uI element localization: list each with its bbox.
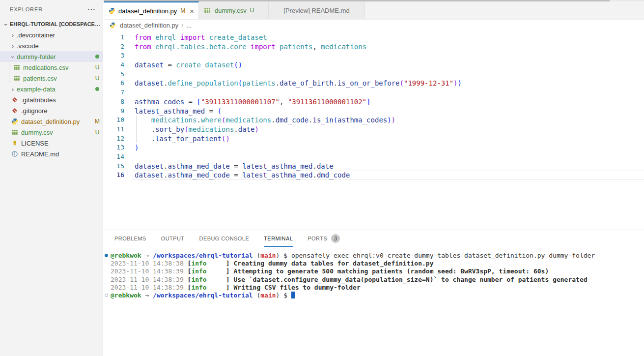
code-line-6[interactable]: 6dataset.define_population(patients.date… <box>104 79 644 88</box>
csv-icon <box>204 6 212 14</box>
file-label: README.md <box>21 150 103 158</box>
terminal-line[interactable]: 2023-11-10 14:38:39 [info ] Use `dataset… <box>111 276 644 284</box>
panel-tab-label: PROBLEMS <box>114 236 146 241</box>
line-number: 1 <box>104 33 124 42</box>
panel-tab-label: TERMINAL <box>264 236 293 241</box>
file-label: LICENSE <box>21 140 103 147</box>
workspace-root-row[interactable]: › EHRQL-TUTORIAL [CODESPACES:... <box>0 19 103 30</box>
code-line-7[interactable]: 7 <box>104 88 644 97</box>
breadcrumb-more[interactable]: ... <box>186 22 192 29</box>
file-label: dummy-folder <box>17 53 92 60</box>
git-changes-dot <box>92 87 103 91</box>
tree-item--gitattributes[interactable]: .gitattributes <box>0 94 103 105</box>
code-line-15[interactable]: 15dataset.asthma_med_date = latest_asthm… <box>104 162 644 171</box>
tree-item--gitignore[interactable]: .gitignore <box>0 105 103 116</box>
python-icon <box>109 7 115 15</box>
terminal-output[interactable]: @rebkwok → /workspaces/ehrql-tutorial (m… <box>104 247 644 299</box>
code-line-10[interactable]: 10 medications.where(medications.dmd_cod… <box>104 116 644 125</box>
terminal-cursor <box>291 292 295 298</box>
explorer-header: EXPLORER ⋯ <box>0 0 103 19</box>
code-text: from ehrql import create_dataset <box>135 33 267 42</box>
code-line-11[interactable]: 11 .sort_by(medications.date) <box>104 125 644 134</box>
tree-item-dummy-csv[interactable]: dummy.csvU <box>0 127 103 138</box>
editor-area: dataset_definition.pyM×dummy.csvU[Previe… <box>104 0 644 356</box>
file-label: dummy.csv <box>21 129 92 136</box>
panel-tab-output[interactable]: OUTPUT <box>161 230 185 247</box>
tab-bar: dataset_definition.pyM×dummy.csvU[Previe… <box>104 1 644 20</box>
tree-item--vscode[interactable]: ›.vscode <box>0 40 103 51</box>
code-text: from ehrql.tables.beta.core import patie… <box>135 42 366 52</box>
git-icon <box>11 107 19 115</box>
line-number: 5 <box>104 70 124 79</box>
tree-item-example-data[interactable]: ›example-data <box>0 84 103 94</box>
line-number: 14 <box>104 152 124 162</box>
panel-tab-debug-console[interactable]: DEBUG CONSOLE <box>199 230 250 247</box>
breadcrumb[interactable]: dataset_definition.py › ... <box>104 20 644 30</box>
code-line-12[interactable]: 12 .last_for_patient() <box>104 134 644 144</box>
chevron-right-icon[interactable]: › <box>9 43 17 49</box>
code-line-8[interactable]: 8asthma_codes = ["39113311000001107", "3… <box>104 97 644 107</box>
chevron-right-icon[interactable]: › <box>9 86 17 92</box>
editor-tab-dataset-definition-py[interactable]: dataset_definition.pyM× <box>104 1 199 19</box>
panel-tab-terminal[interactable]: TERMINAL <box>264 230 293 247</box>
tree-item-readme-md[interactable]: README.md <box>0 148 103 159</box>
editor-tab--preview-readme-md[interactable]: [Preview] README.md <box>269 1 365 19</box>
code-text: .sort_by(medications.date) <box>135 125 259 134</box>
tab-label: [Preview] README.md <box>283 7 349 14</box>
chevron-down-icon[interactable]: › <box>10 53 16 61</box>
bottom-panel: PROBLEMSOUTPUTDEBUG CONSOLETERMINALPORTS… <box>104 230 644 356</box>
chevron-right-icon[interactable]: › <box>9 32 17 38</box>
git-status-badge: U <box>92 64 103 71</box>
code-text: medications.where(medications.dmd_code.i… <box>135 116 395 125</box>
tree-item-license[interactable]: LICENSE <box>0 138 103 148</box>
workspace-root-label: EHRQL-TUTORIAL [CODESPACES:... <box>10 21 103 27</box>
ellipsis-menu-icon[interactable]: ⋯ <box>87 7 96 12</box>
tree-item-patients-csv[interactable]: patients.csvU <box>0 73 103 84</box>
tree-item--devcontainer[interactable]: ›.devcontainer <box>0 30 103 40</box>
code-line-3[interactable]: 3 <box>104 51 644 60</box>
line-number: 2 <box>104 42 124 52</box>
tab-git-status: M <box>180 7 185 14</box>
code-line-14[interactable]: 14 <box>104 152 644 162</box>
info-icon <box>11 150 19 158</box>
file-label: .devcontainer <box>17 31 103 39</box>
csv-icon <box>13 63 21 71</box>
code-line-5[interactable]: 5 <box>104 70 644 79</box>
panel-tab-label: OUTPUT <box>161 236 185 241</box>
terminal-line[interactable]: @rebkwok → /workspaces/ehrql-tutorial (m… <box>111 292 644 299</box>
file-label: example-data <box>17 86 92 93</box>
close-icon[interactable]: × <box>190 8 194 14</box>
git-status-badge: U <box>92 129 103 136</box>
tree-item-dummy-folder[interactable]: ›dummy-folder <box>0 51 103 62</box>
line-number: 6 <box>104 79 124 88</box>
code-line-9[interactable]: 9latest_asthma_med = ( <box>104 107 644 116</box>
terminal-line[interactable]: @rebkwok → /workspaces/ehrql-tutorial (m… <box>111 252 644 260</box>
code-lines[interactable]: 1from ehrql import create_dataset2from e… <box>104 30 644 180</box>
code-line-1[interactable]: 1from ehrql import create_dataset <box>104 33 644 42</box>
terminal-line[interactable]: 2023-11-10 14:38:39 [info ] Writing CSV … <box>111 284 644 292</box>
code-line-2[interactable]: 2from ehrql.tables.beta.core import pati… <box>104 42 644 52</box>
code-line-13[interactable]: 13) <box>104 143 644 152</box>
code-line-16[interactable]: 16dataset.asthma_med_code = latest_asthm… <box>104 171 644 180</box>
file-tree: ›.devcontainer›.vscode›dummy-foldermedic… <box>0 30 103 159</box>
vscode-window: EXPLORER ⋯ › EHRQL-TUTORIAL [CODESPACES:… <box>0 0 644 356</box>
file-label: patients.csv <box>23 75 92 82</box>
panel-tab-problems[interactable]: PROBLEMS <box>114 230 146 247</box>
code-text: dataset.define_population(patients.date_… <box>135 79 462 88</box>
code-editor[interactable]: 1from ehrql import create_dataset2from e… <box>104 30 644 230</box>
editor-tab-dummy-csv[interactable]: dummy.csvU <box>199 1 269 19</box>
tree-item-dataset-definition-py[interactable]: dataset_definition.pyM <box>0 116 103 127</box>
code-text: asthma_codes = ["39113311000001107", "39… <box>135 97 371 107</box>
code-text: latest_asthma_med = ( <box>135 107 222 116</box>
code-line-4[interactable]: 4dataset = create_dataset() <box>104 60 644 70</box>
line-number: 4 <box>104 60 124 70</box>
breadcrumb-file[interactable]: dataset_definition.py <box>120 22 178 29</box>
license-icon <box>11 139 19 147</box>
panel-tab-ports[interactable]: PORTS3 <box>308 230 340 247</box>
terminal-line[interactable]: 2023-11-10 14:38:39 [info ] Attempting t… <box>111 267 644 275</box>
tree-item-medications-csv[interactable]: medications.csvU <box>0 62 103 73</box>
line-number: 9 <box>104 107 124 116</box>
terminal-line[interactable]: 2023-11-10 14:38:38 [info ] Creating dum… <box>111 260 644 267</box>
prompt-decoration-icon[interactable] <box>105 294 108 297</box>
command-decoration-icon[interactable] <box>105 254 108 257</box>
